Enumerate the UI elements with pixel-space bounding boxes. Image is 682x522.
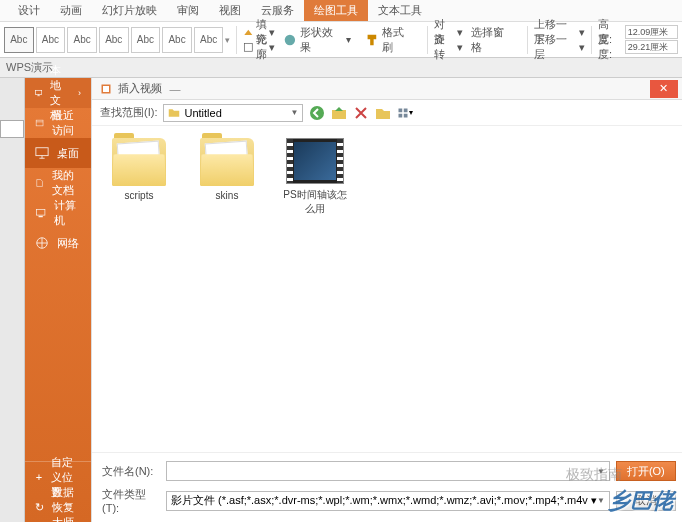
cancel-button[interactable]: 取消 — [616, 491, 676, 511]
monitor-icon — [35, 85, 42, 101]
new-folder-button[interactable] — [375, 105, 391, 121]
menu-3[interactable]: 审阅 — [167, 0, 209, 21]
rotate-button[interactable]: 旋转▾ — [434, 40, 464, 54]
shape-effect-button[interactable]: 形状效果▾ — [277, 27, 357, 53]
menu-1[interactable]: 动画 — [50, 0, 92, 21]
sidebar-item-mydocs[interactable]: 我的文档 — [25, 168, 91, 198]
height-spinner[interactable]: 12.09厘米 — [625, 25, 678, 39]
recent-icon — [35, 116, 44, 130]
folder-icon — [112, 138, 166, 186]
svg-rect-9 — [399, 108, 403, 112]
width-label: 宽度: — [598, 32, 623, 62]
file-label: PS时间轴该怎么用 — [280, 188, 350, 216]
file-item[interactable]: PS时间轴该怎么用 — [280, 138, 350, 216]
svg-rect-11 — [399, 113, 403, 117]
document-tabbar: WPS演示 — [0, 58, 682, 78]
slide-thumbnail-pane — [0, 78, 25, 522]
computer-icon — [35, 206, 46, 220]
file-list[interactable]: scriptsskinsPS时间轴该怎么用 — [92, 126, 682, 452]
preset-more[interactable]: ▾ — [225, 35, 230, 45]
menu-0[interactable]: 设计 — [8, 0, 50, 21]
style-preset-4[interactable]: Abc — [99, 27, 129, 53]
svg-rect-6 — [39, 216, 43, 217]
menu-bar: 设计动画幻灯片放映审阅视图云服务绘图工具文本工具 — [0, 0, 682, 22]
folder-combo[interactable]: Untitled ▼ — [163, 104, 303, 122]
svg-rect-4 — [36, 148, 48, 156]
ribbon: Abc Abc Abc Abc Abc Abc Abc ▾ 填充▾ 轮廓▾ 形状… — [0, 22, 682, 58]
folder-icon — [200, 138, 254, 186]
app-icon — [100, 83, 112, 95]
delete-button[interactable] — [353, 105, 369, 121]
doc-tab[interactable]: WPS演示 — [6, 60, 53, 75]
desktop-icon — [35, 146, 49, 160]
video-icon — [286, 138, 344, 184]
sidebar-item-computer[interactable]: 计算机 — [25, 198, 91, 228]
menu-2[interactable]: 幻灯片放映 — [92, 0, 167, 21]
dialog-titlebar: 插入视频 — ✕ — [92, 78, 682, 100]
send-backward-button[interactable]: 下移一层▾ — [534, 40, 585, 54]
file-item[interactable]: skins — [192, 138, 262, 201]
svg-rect-10 — [404, 108, 408, 112]
svg-rect-12 — [404, 113, 408, 117]
minimize-button[interactable]: — — [162, 80, 188, 98]
scope-label: 查找范围(I): — [100, 105, 157, 120]
filename-input[interactable]: ▼ — [166, 461, 610, 481]
back-button[interactable] — [309, 105, 325, 121]
svg-point-8 — [310, 106, 324, 120]
up-button[interactable] — [331, 105, 347, 121]
style-preset-3[interactable]: Abc — [67, 27, 97, 53]
dialog-toolbar: 查找范围(I): Untitled ▼ ▾ — [92, 100, 682, 126]
svg-rect-3 — [36, 120, 43, 126]
dialog-title: 插入视频 — [118, 81, 162, 96]
folder-combo-value: Untitled — [184, 107, 221, 119]
open-button[interactable]: 打开(O) — [616, 461, 676, 481]
sidebar-header[interactable]: 本地文档 › — [25, 78, 91, 108]
selection-pane-button[interactable]: 选择窗格 — [465, 27, 520, 53]
sidebar-footer-recover[interactable]: ↻数据恢复大师 — [25, 492, 91, 522]
close-button[interactable]: ✕ — [650, 80, 678, 98]
style-preset-6[interactable]: Abc — [162, 27, 192, 53]
file-label: skins — [216, 190, 239, 201]
chevron-right-icon: › — [78, 88, 81, 98]
mydocs-icon — [35, 176, 44, 190]
menu-7[interactable]: 文本工具 — [368, 0, 432, 21]
filename-label: 文件名(N): — [102, 464, 160, 479]
menu-6[interactable]: 绘图工具 — [304, 0, 368, 21]
outline-button[interactable]: 轮廓▾ — [243, 40, 275, 54]
filetype-combo[interactable]: 影片文件 (*.asf;*.asx;*.dvr-ms;*.wpl;*.wm;*.… — [166, 491, 610, 511]
file-label: scripts — [125, 190, 154, 201]
style-preset-1[interactable]: Abc — [4, 27, 34, 53]
style-preset-2[interactable]: Abc — [36, 27, 66, 53]
folder-icon — [168, 107, 180, 119]
file-item[interactable]: scripts — [104, 138, 174, 201]
location-sidebar: 本地文档 › 最近访问桌面我的文档计算机网络 +自定义位置↻数据恢复大师 — [25, 78, 91, 522]
insert-video-dialog: 插入视频 — ✕ 查找范围(I): Untitled ▼ ▾ scriptssk… — [91, 78, 682, 522]
width-spinner[interactable]: 29.21厘米 — [625, 40, 678, 54]
filetype-label: 文件类型(T): — [102, 487, 160, 514]
network-icon — [35, 236, 49, 250]
sidebar-item-network[interactable]: 网络 — [25, 228, 91, 258]
svg-rect-0 — [245, 43, 253, 51]
sidebar-item-desktop[interactable]: 桌面 — [25, 138, 91, 168]
slide-thumbnail[interactable] — [0, 120, 24, 138]
style-preset-7[interactable]: Abc — [194, 27, 224, 53]
svg-point-1 — [285, 34, 295, 44]
svg-rect-2 — [35, 90, 41, 94]
format-painter-button[interactable]: 格式刷 — [359, 27, 420, 53]
style-preset-5[interactable]: Abc — [131, 27, 161, 53]
view-button[interactable]: ▾ — [397, 105, 413, 121]
sidebar-item-recent[interactable]: 最近访问 — [25, 108, 91, 138]
menu-4[interactable]: 视图 — [209, 0, 251, 21]
svg-rect-5 — [36, 209, 44, 215]
